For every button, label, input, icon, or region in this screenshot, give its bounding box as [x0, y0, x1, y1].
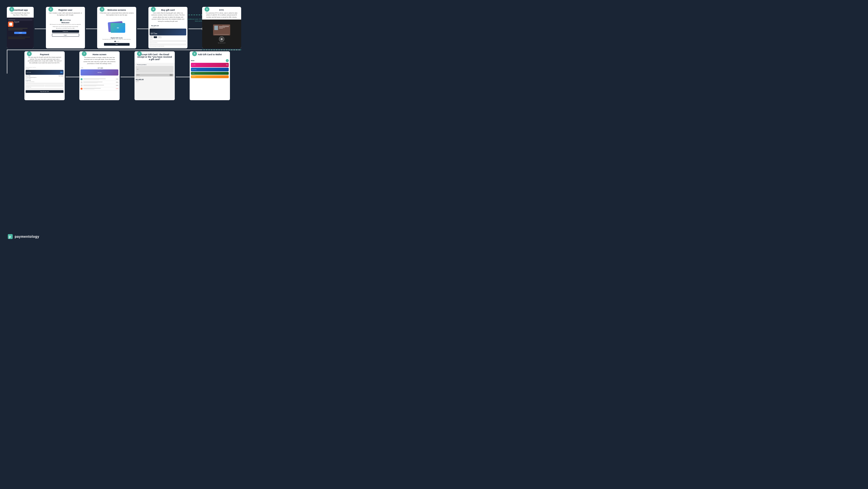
step-4-desc: User enters flow for buying gift card, e…	[151, 12, 185, 22]
connector-dashed-top-right	[202, 50, 241, 50]
step-9-title: Add Gift Card to Wallet	[192, 53, 227, 56]
step-5-desc: If no previous KYC is done, user is aske…	[205, 12, 239, 18]
step-3-desc: A first-time user is presented three wel…	[100, 12, 134, 16]
create-user-button[interactable]: Create user	[52, 30, 79, 33]
prev-purchases-label: Previous purchases	[137, 64, 147, 65]
step-9-screen: Wallet + ●●●● 4521 VISA paymentology	[190, 58, 230, 100]
step-1-screen: com.paymentology Shopping Mall Paymentol…	[7, 18, 34, 48]
login-button[interactable]: Log in	[52, 33, 79, 37]
select-payment-label: Select payment method	[26, 67, 63, 68]
step-badge-3: 3	[100, 7, 104, 12]
step-7-desc: The home screen is empty, unless the use…	[82, 56, 117, 65]
step-card-8: Accept Gift Card - the Email receipt or …	[134, 51, 175, 100]
step-badge-4: 4	[151, 7, 156, 12]
step-5-screen: National Identity Card Take a photo of y…	[202, 20, 241, 48]
step-6-screen: Select payment method CURRENT paymentolo…	[24, 65, 65, 100]
step-badge-8: 8	[137, 51, 142, 56]
svg-text:p: p	[9, 235, 11, 238]
step-4-title: Buy gift card	[151, 9, 185, 11]
step-2-screen: paymentology Welcome! With this app you …	[46, 18, 85, 48]
step-2-desc: User creates a user, with username & pas…	[48, 12, 83, 16]
step-badge-2: 2	[48, 7, 53, 12]
step-6-title: Payment	[27, 53, 62, 56]
step-4-screen: ← Buy gift card 2. CARD AMOUNT paymentol…	[148, 24, 187, 48]
step-card-6: Payment The user pays for the gift card …	[24, 51, 65, 100]
step-1-desc: User downloads the app from App Store / …	[9, 12, 31, 16]
logo-text: paymentology	[14, 235, 39, 238]
step-5-title: KYC	[205, 9, 239, 11]
step-card-1: Download app User downloads the app from…	[7, 7, 34, 48]
step-card-5: KYC If no previous KYC is done, user is …	[202, 7, 241, 48]
step-7-screen: ← Back GIFT CARD ⋯ Join Day 01/01/28 R2	[79, 66, 120, 100]
step-card-4: Buy gift card User enters flow for buyin…	[148, 7, 187, 48]
step-6-desc: The user pays for the gift card with the…	[27, 56, 62, 64]
page-container: 1 Download app User downloads the app fr…	[0, 0, 434, 244]
step-badge-6: 6	[27, 51, 32, 56]
logo-area: p paymentology	[7, 234, 39, 239]
arrow-line-4-5	[188, 29, 202, 29]
step-2-title: Register user	[48, 9, 83, 11]
step-card-3: Welcome screens A first-time user is pre…	[97, 7, 136, 48]
step-card-7: Home screen The home screen is empty, un…	[79, 51, 120, 100]
step-3-title: Welcome screens	[100, 9, 134, 11]
arrow-line-8-9	[176, 77, 192, 77]
paymentology-logo-icon: p	[7, 234, 13, 239]
step-badge-5: 5	[205, 7, 210, 12]
connector-v-left	[7, 50, 7, 74]
step-7-title: Home screen	[82, 53, 117, 56]
step-card-9: Add Gift Card to Wallet Wallet + ●●●● 45…	[190, 51, 230, 100]
step-badge-7: 7	[82, 51, 87, 56]
step-8-screen: ☰ Previous purchases GIFT R250.00 Browse…	[134, 63, 175, 100]
arrow-4-5	[188, 28, 204, 30]
buy-gift-card-label: Buy gift card	[151, 25, 159, 26]
digital-gift-cards-label: Digital Gift Cards	[111, 37, 123, 38]
wallet-label: Wallet	[191, 60, 194, 61]
step-badge-9: 9	[192, 51, 197, 56]
step-card-2: Register user User creates a user, with …	[46, 7, 85, 48]
step-badge-1: 1	[9, 7, 14, 12]
step-3-screen: $50 Digital Gift Cards Buy and gift card…	[97, 18, 136, 48]
arrow-line-7-8	[121, 77, 136, 77]
step-8-title: Accept Gift Card - the Email receipt or …	[137, 53, 172, 61]
next-button[interactable]: Next	[104, 43, 130, 46]
